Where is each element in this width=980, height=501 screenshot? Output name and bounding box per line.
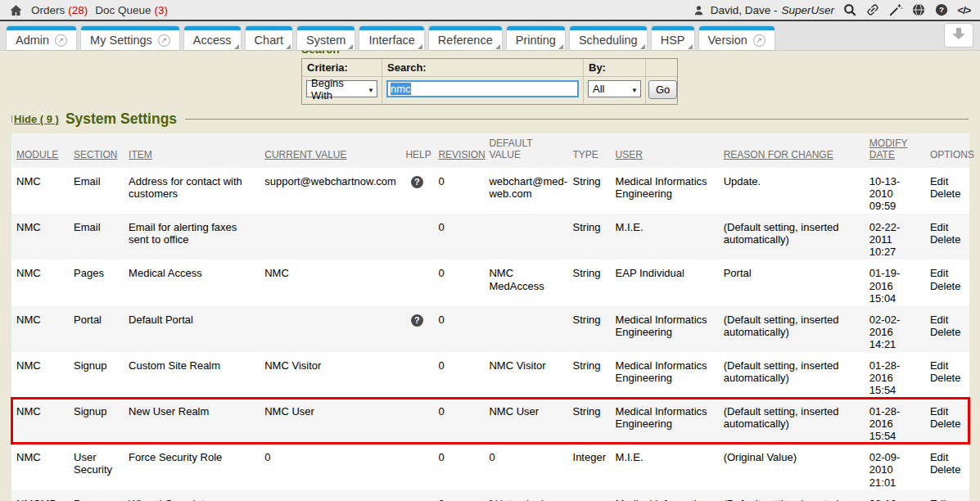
cell-revision: 0 <box>433 306 484 352</box>
help-icon[interactable] <box>411 314 423 327</box>
column-header-label[interactable]: CURRENT VALUE <box>264 149 346 160</box>
search-input-selected-text: nmc <box>391 83 411 95</box>
column-header-label[interactable]: SECTION <box>74 149 117 160</box>
delete-link[interactable]: Delete <box>930 280 964 292</box>
cell-help <box>400 214 433 260</box>
tab-scheduling[interactable]: Scheduling <box>570 26 647 50</box>
column-header-label[interactable]: MODIFY DATE <box>869 138 908 160</box>
delete-link[interactable]: Delete <box>930 326 964 338</box>
external-link-icon[interactable] <box>753 34 765 47</box>
cell-current-value: NMC Visitor <box>260 352 400 398</box>
column-header-label[interactable]: MODULE <box>16 149 58 160</box>
hide-link[interactable]: Hide ( 9 ) <box>14 113 59 125</box>
nav-label: Doc Queue <box>95 4 151 16</box>
cell-current-value: support@webchartnow.com <box>260 168 400 214</box>
criteria-select[interactable]: Begins With <box>306 80 377 97</box>
tab-label: Access <box>193 34 232 47</box>
delete-link[interactable]: Delete <box>930 418 964 430</box>
tab-interface[interactable]: Interface <box>359 26 423 50</box>
tab-printing[interactable]: Printing <box>507 26 565 50</box>
cell-reason: Portal <box>719 260 865 305</box>
delete-link[interactable]: Delete <box>930 372 964 384</box>
search-panel-title-clipped: Search <box>301 51 678 58</box>
column-header-user: USER <box>611 133 719 168</box>
tab-access[interactable]: Access <box>184 26 241 50</box>
cell-modify-date: 02-02-2016 14:21 <box>865 306 925 352</box>
top-bar: Orders (28) Doc Queue (3) David, Dave - … <box>0 0 980 21</box>
edit-link[interactable]: Edit <box>930 267 964 279</box>
delete-link[interactable]: Delete <box>930 187 964 200</box>
column-header-label[interactable]: USER <box>616 149 643 160</box>
link-icon[interactable] <box>865 2 880 18</box>
user-menu[interactable]: David, Dave - SuperUser <box>691 2 834 18</box>
edit-link[interactable]: Edit <box>930 451 964 463</box>
tab-label: Chart <box>255 34 283 47</box>
cell-current-value <box>260 214 400 260</box>
tab-system[interactable]: System <box>297 26 355 50</box>
tab-reference[interactable]: Reference <box>429 26 502 50</box>
cell-current-value: 0 <box>260 444 400 490</box>
by-label: By: <box>584 59 646 77</box>
column-header-label: OPTIONS <box>930 149 974 160</box>
edit-link[interactable]: Edit <box>930 221 964 233</box>
tab-chart[interactable]: Chart <box>246 26 292 50</box>
column-header-default-value: DEFAULT VALUE <box>484 133 567 168</box>
column-header-label: DEFAULT VALUE <box>489 138 532 160</box>
orders-count-badge: (28) <box>68 4 88 16</box>
cell-revision: 0 <box>433 352 484 398</box>
cell-type: String <box>568 214 611 260</box>
cell-user: M.I.E. <box>611 214 719 260</box>
cell-revision: 0 <box>433 214 484 260</box>
tab-bar-tabs: AdminMy SettingsAccessChartSystemInterfa… <box>7 26 775 50</box>
edit-link[interactable]: Edit <box>930 498 964 501</box>
cell-reason: (Default setting, inserted automatically… <box>719 306 865 352</box>
cell-modify-date: 01-28-2016 15:54 <box>865 398 925 444</box>
edit-link[interactable]: Edit <box>930 405 964 418</box>
scroll-down-button[interactable] <box>944 23 973 47</box>
help-icon[interactable] <box>411 176 423 188</box>
column-header-label[interactable]: REASON FOR CHANGE <box>724 149 833 160</box>
cell-user: Medical Informatics Engineering <box>611 352 719 398</box>
tab-hsp[interactable]: HSP <box>652 26 694 50</box>
search-input[interactable]: nmc <box>386 80 579 97</box>
column-header-label[interactable]: REVISION <box>438 149 485 160</box>
wand-icon[interactable] <box>887 2 903 18</box>
cell-module: NMC <box>11 260 69 305</box>
edit-link[interactable]: Edit <box>930 314 964 326</box>
menu-fold-icon <box>558 44 563 49</box>
edit-link[interactable]: Edit <box>930 359 964 372</box>
nav-item-orders[interactable]: Orders (28) <box>31 4 88 16</box>
column-header-label[interactable]: ITEM <box>129 149 152 160</box>
tab-my-settings[interactable]: My Settings <box>81 26 179 50</box>
external-link-icon[interactable] <box>158 34 170 47</box>
column-header-section: SECTION <box>69 133 124 168</box>
nav-item-doc-queue[interactable]: Doc Queue (3) <box>95 4 168 16</box>
column-header-modify-date: MODIFY DATE <box>865 133 925 168</box>
tab-version[interactable]: Version <box>699 26 775 50</box>
cell-item: New User Realm <box>124 398 260 444</box>
cell-module: NMC <box>11 352 69 398</box>
cell-type: String <box>568 260 611 305</box>
column-header-help: HELP <box>400 133 433 168</box>
cell-item: Default Portal <box>124 306 260 352</box>
tab-admin[interactable]: Admin <box>7 26 76 50</box>
by-select[interactable]: All <box>588 80 641 97</box>
go-button[interactable]: Go <box>648 80 677 99</box>
cell-section: Portal <box>69 306 124 352</box>
table-row: NMCUser SecurityForce Security Role000In… <box>11 444 969 490</box>
delete-link[interactable]: Delete <box>930 463 964 476</box>
help-icon[interactable]: ? <box>933 2 949 18</box>
external-link-icon[interactable] <box>55 34 67 47</box>
code-icon[interactable] <box>956 2 972 18</box>
search-label: Search: <box>382 59 584 77</box>
tab-label: System <box>306 34 345 47</box>
search-icon[interactable] <box>842 2 857 18</box>
edit-link[interactable]: Edit <box>930 175 964 187</box>
cell-reason: (Default setting, inserted automatically… <box>719 398 865 444</box>
cell-default-value: 0 <box>484 444 567 490</box>
cell-user: Medical Informatics Engineering <box>611 398 719 444</box>
home-icon[interactable] <box>8 2 24 18</box>
cell-module: NMC <box>11 444 69 490</box>
globe-icon[interactable] <box>910 2 926 18</box>
delete-link[interactable]: Delete <box>930 233 964 246</box>
